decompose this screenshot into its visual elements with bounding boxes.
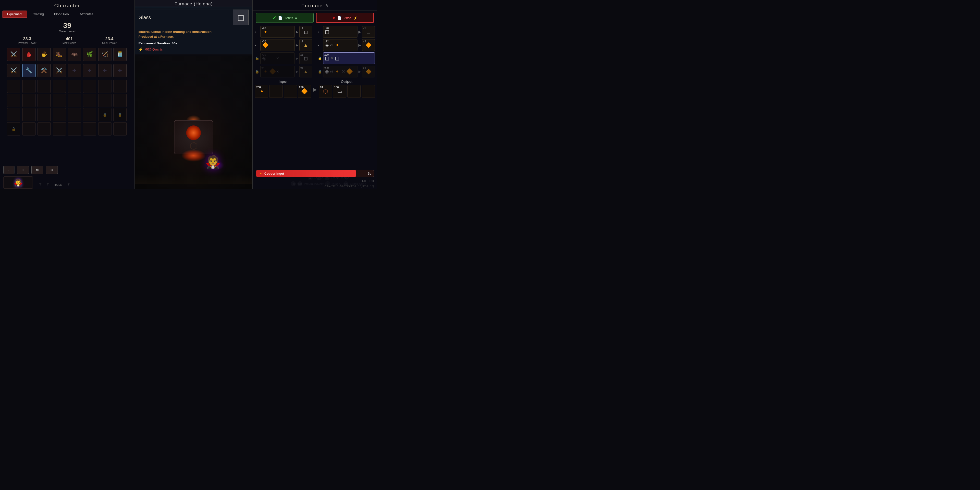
transfer-button[interactable]: ⇆ [31, 166, 43, 174]
inv-slot-11[interactable] [38, 94, 51, 107]
inv-slot-21[interactable] [68, 108, 81, 121]
inv-slot-18[interactable] [22, 108, 35, 121]
recipe-4-out-icon-left: ▲ [303, 69, 308, 75]
positive-modifier-button[interactable]: ✓ 📄 +25% ≡ [256, 13, 313, 23]
lt-hint: [LT] [361, 179, 366, 182]
inv-slot-29[interactable] [68, 122, 81, 135]
inv-slot-19[interactable] [38, 108, 51, 121]
equip-slot-6[interactable]: 🌿 [83, 48, 96, 61]
inv-slot-26[interactable] [22, 122, 35, 135]
inv-slot-16[interactable] [113, 94, 127, 107]
recipe-4-output-left: x1 ▲ [299, 66, 312, 78]
inv-slot-31[interactable] [98, 122, 111, 135]
equip-slot-14[interactable]: ✚ [83, 64, 96, 77]
equip-slot-13[interactable]: ✚ [68, 64, 81, 77]
inv-slot-10[interactable] [22, 94, 35, 107]
send-button[interactable]: ⇒ [46, 166, 58, 174]
recipe-3-input-left: x20 ◈ ✕ [261, 52, 295, 64]
recipe-2-input-right[interactable]: x12 ◈ x1 🔸 [323, 39, 358, 51]
inv-slot-14[interactable] [83, 94, 96, 107]
craft-progress-container: 🔸 Copper Ingot 5s [256, 170, 374, 177]
recipe-2-out-qty-left: x1 [301, 40, 303, 43]
equip-slot-5[interactable]: 🦇 [68, 48, 81, 61]
inv-slot-8[interactable] [113, 80, 127, 93]
input-slot-4[interactable]: 250 🔶 [298, 85, 311, 98]
recipe-1-input-left[interactable]: x20 🔸 [261, 26, 295, 38]
negative-modifier-button[interactable]: ● 📄 -25% ⚡ [316, 13, 374, 23]
physical-power-value: 23.3 [18, 37, 36, 41]
equip-slot-7[interactable]: 🏹 [98, 48, 111, 61]
recipe-3-input-right[interactable]: x20 ◻ ✕ ◻ [323, 52, 375, 64]
recipe-2-output-left[interactable]: x1 ▲ [299, 39, 312, 51]
inv-slot-32[interactable] [113, 122, 127, 135]
inv-slot-4[interactable] [52, 80, 66, 93]
equip-slot-16[interactable]: ✚ [113, 64, 127, 77]
output-slot-3[interactable] [347, 85, 361, 98]
tab-equipment[interactable]: Equipment [2, 11, 27, 18]
game-scene: ⬡ 🧛 [135, 56, 252, 189]
gear-level-value: 39 [0, 21, 135, 30]
inv-slot-28[interactable] [52, 122, 66, 135]
recipe-3-icon2-right: ◻ [335, 55, 339, 62]
inv-slot-9[interactable] [7, 94, 20, 107]
inv-slot-20[interactable] [52, 108, 66, 121]
recipe-2-input-left[interactable]: x20 🔶 [261, 39, 295, 51]
furnace-edit-icon[interactable]: ✎ [325, 3, 329, 8]
tab-attributes[interactable]: Attributes [75, 11, 98, 18]
inv-slot-13[interactable] [68, 94, 81, 107]
inv-slot-12[interactable] [52, 94, 66, 107]
input-slot-3[interactable] [284, 85, 297, 98]
inv-slot-1[interactable] [7, 80, 20, 93]
output-slot-2[interactable]: 100 ▭ [333, 85, 346, 98]
equip-slot-8[interactable]: 🫙 [113, 48, 127, 61]
inv-slot-15[interactable] [98, 94, 111, 107]
equip-slot-15[interactable]: ✚ [98, 64, 111, 77]
equip-slot-9[interactable]: ⚔️ [7, 64, 20, 77]
output-slot-2-icon: ▭ [337, 88, 342, 95]
inv-slot-27[interactable] [38, 122, 51, 135]
tooltip-requirement: ⚡ 0/20 Quartz [138, 47, 249, 52]
physical-power-label: Physical Power [18, 41, 36, 45]
deposit-button[interactable]: ↓ [3, 166, 14, 174]
equip-slot-1[interactable]: ⚔️ [7, 48, 20, 61]
output-slot-1[interactable]: 93 ⬡ [319, 85, 332, 98]
equip-slot-4[interactable]: 🥾 [52, 48, 66, 61]
recipe-3-lock-overlay-left: ✕ [261, 52, 294, 64]
requirement-text: 0/20 Quartz [145, 48, 162, 51]
recipe-1-input-right[interactable]: x20 ◻ [323, 26, 358, 38]
tab-crafting[interactable]: Crafting [28, 11, 49, 18]
input-label: Input [255, 80, 311, 84]
equip-slot-2[interactable]: 🩸 [22, 48, 35, 61]
recipe-1-output-left[interactable]: x1 ◻ [299, 26, 312, 38]
inv-slot-2[interactable] [22, 80, 35, 93]
inv-slot-17[interactable] [7, 108, 20, 121]
recipe-1-output-right[interactable]: x1 ◻ [362, 26, 375, 38]
recipe-2-lock-left: ▪ [255, 43, 259, 47]
tab-blood-pool[interactable]: Blood Pool [49, 11, 74, 18]
inv-slot-3[interactable] [38, 80, 51, 93]
input-slot-2[interactable] [269, 85, 283, 98]
pos-mod-value: +25% [284, 16, 293, 20]
equip-slot-10[interactable]: 🔧 [22, 64, 35, 77]
recipe-3-delete-icon: ✕ [330, 56, 334, 61]
recipe-4-lock-overlay-left: ✕ [261, 66, 294, 77]
inv-slot-30[interactable] [83, 122, 96, 135]
recipe-left-column: ▪ x20 🔸 ▶ x1 ◻ ▪ x20 🔶 ▶ [255, 26, 312, 78]
furnace-right-panel-name: Furnace [301, 3, 323, 9]
recipe-row-1-left: ▪ x20 🔸 ▶ x1 ◻ [255, 26, 312, 38]
equip-slot-3[interactable]: 🖐️ [38, 48, 51, 61]
input-slot-1[interactable]: 208 🔸 [255, 85, 268, 98]
max-health-value: 401 [62, 37, 76, 41]
recipe-4-delete-icon: ✕ [342, 69, 345, 74]
equip-slot-12[interactable]: ⚔️ [52, 64, 66, 77]
inv-slot-5[interactable] [68, 80, 81, 93]
inv-slot-6[interactable] [83, 80, 96, 93]
stat-spell-power: 23.4 Spell Power [102, 37, 117, 45]
inv-slot-7[interactable] [98, 80, 111, 93]
inv-slot-22[interactable] [83, 108, 96, 121]
equip-slot-11[interactable]: ⚒️ [38, 64, 51, 77]
grid-button[interactable]: ⊞ [17, 166, 29, 174]
recipe-2-arrow-left: ▶ [296, 43, 298, 47]
recipe-2-output-right[interactable]: x2 🔶 [362, 39, 375, 51]
output-slot-4[interactable] [362, 85, 375, 98]
